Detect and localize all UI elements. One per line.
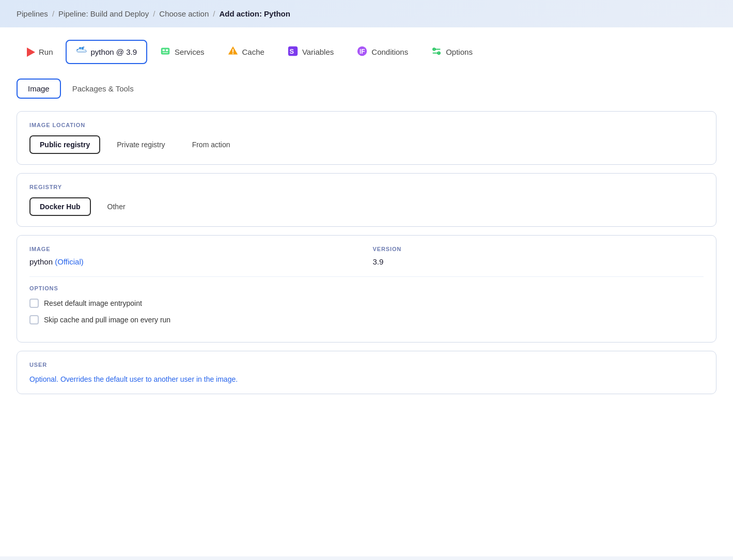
variables-icon: S (287, 45, 299, 58)
breadcrumb-current: Add action: Python (219, 9, 290, 18)
breadcrumb-pipeline[interactable]: Pipeline: Build and Deploy (58, 9, 149, 18)
breadcrumb-bar: Pipelines / Pipeline: Build and Deploy /… (0, 0, 733, 27)
breadcrumb-pipelines[interactable]: Pipelines (17, 9, 48, 18)
checkbox-skip-cache[interactable]: Skip cache and pull image on every run (29, 315, 704, 324)
image-col: IMAGE python (Official) (29, 246, 361, 266)
image-location-options: Public registry Private registry From ac… (29, 135, 704, 154)
tab-bar: Run python @ 3.9 (17, 40, 716, 64)
svg-rect-9 (162, 52, 168, 53)
svg-rect-3 (79, 48, 81, 49)
option-docker-hub[interactable]: Docker Hub (29, 197, 91, 216)
image-version-section: IMAGE python (Official) VERSION 3.9 OPTI… (17, 235, 716, 343)
tab-cache[interactable]: Cache (217, 40, 275, 64)
tab-run[interactable]: Run (17, 42, 64, 63)
official-link[interactable]: (Official) (55, 257, 84, 266)
docker-icon (76, 45, 87, 58)
cache-icon (227, 45, 239, 58)
sub-tab-image-label: Image (28, 84, 50, 93)
services-icon (160, 45, 171, 58)
breadcrumb-choose[interactable]: Choose action (159, 9, 209, 18)
breadcrumb-sep-2: / (153, 9, 155, 18)
sub-tab-bar: Image Packages & Tools (17, 79, 716, 99)
svg-rect-8 (166, 49, 168, 51)
tab-conditions-label: Conditions (371, 48, 408, 56)
image-field-value: python (Official) (29, 257, 361, 266)
run-icon (27, 48, 35, 57)
breadcrumb-sep-3: / (213, 9, 215, 18)
user-hint: Optional. Overrides the default user to … (29, 375, 704, 383)
checkbox-reset-box[interactable] (29, 299, 39, 308)
tab-options-label: Options (446, 48, 473, 56)
options-icon (431, 45, 442, 58)
svg-rect-6 (161, 48, 170, 55)
svg-point-12 (232, 53, 233, 54)
tab-run-label: Run (39, 48, 53, 56)
tab-services-label: Services (175, 48, 205, 56)
svg-text:S: S (289, 48, 294, 55)
user-section-label: USER (29, 362, 704, 368)
checkbox-skip-box[interactable] (29, 315, 39, 324)
sub-tab-image[interactable]: Image (17, 79, 61, 99)
version-field-label: VERSION (373, 246, 704, 252)
checkbox-reset-entrypoint[interactable]: Reset default image entrypoint (29, 299, 704, 308)
checkbox-reset-label: Reset default image entrypoint (44, 299, 142, 307)
image-name: python (29, 257, 53, 266)
option-from-action[interactable]: From action (182, 135, 241, 154)
conditions-icon: IF (356, 45, 368, 58)
version-field-value: 3.9 (373, 257, 704, 266)
image-location-section: IMAGE LOCATION Public registry Private r… (17, 111, 716, 165)
tab-variables-label: Variables (302, 48, 334, 56)
option-other[interactable]: Other (97, 197, 136, 216)
options-section-label: OPTIONS (29, 285, 704, 291)
option-private-registry[interactable]: Private registry (106, 135, 175, 154)
image-options-section: OPTIONS Reset default image entrypoint S… (29, 276, 704, 324)
tab-variables[interactable]: S Variables (277, 40, 344, 64)
tab-options[interactable]: Options (420, 40, 483, 64)
checkbox-skip-label: Skip cache and pull image on every run (44, 316, 170, 324)
registry-options: Docker Hub Other (29, 197, 704, 216)
image-version-row: IMAGE python (Official) VERSION 3.9 (29, 246, 704, 266)
tab-services[interactable]: Services (149, 40, 215, 64)
image-location-label: IMAGE LOCATION (29, 122, 704, 128)
main-content: Run python @ 3.9 (0, 27, 733, 556)
sub-tab-packages[interactable]: Packages & Tools (61, 79, 145, 99)
tab-cache-label: Cache (242, 48, 264, 56)
user-section: USER Optional. Overrides the default use… (17, 351, 716, 394)
registry-label: REGISTRY (29, 184, 704, 190)
tab-python[interactable]: python @ 3.9 (66, 40, 147, 64)
option-public-registry[interactable]: Public registry (29, 135, 100, 154)
version-col: VERSION 3.9 (373, 246, 704, 266)
sub-tab-packages-label: Packages & Tools (72, 84, 134, 93)
registry-section: REGISTRY Docker Hub Other (17, 173, 716, 227)
breadcrumb-sep-1: / (52, 9, 54, 18)
svg-rect-7 (162, 49, 165, 51)
tab-conditions[interactable]: IF Conditions (346, 40, 418, 64)
image-field-label: IMAGE (29, 246, 361, 252)
tab-python-label: python @ 3.9 (91, 48, 137, 56)
svg-text:IF: IF (360, 48, 365, 55)
